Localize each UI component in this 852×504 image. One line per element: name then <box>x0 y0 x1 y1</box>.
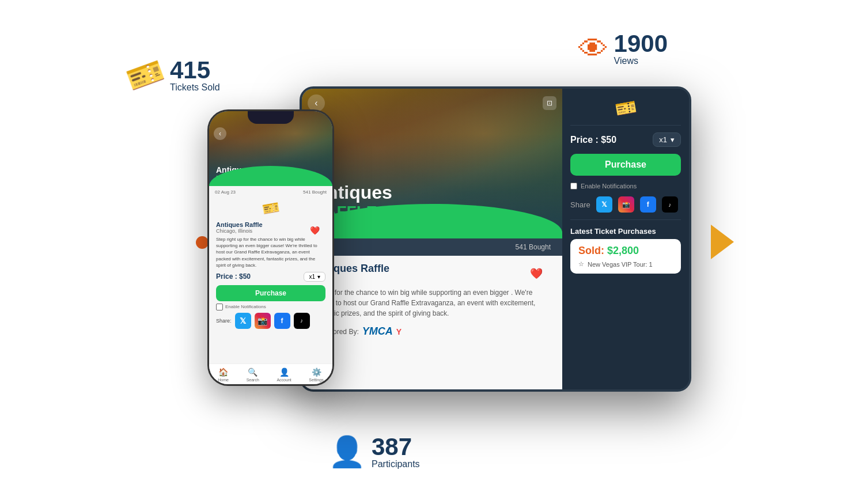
panel-twitter-button[interactable]: 𝕏 <box>596 196 612 213</box>
phone-content: Antiques Raffle ❤️ Chicago, Illinois Ste… <box>209 219 332 331</box>
tablet-description: ght up for the chance to win big while s… <box>313 287 551 319</box>
views-label: Views <box>614 56 668 66</box>
ymca-y-symbol: Y <box>396 327 402 336</box>
tablet-raffle-name: Antiques Raffle <box>313 263 551 275</box>
panel-notify-label: Enable Notifications <box>581 183 637 190</box>
panel-qty-selector[interactable]: x1 ▾ <box>653 132 681 147</box>
panel-tiktok-button[interactable]: ♪ <box>662 196 678 213</box>
participants-label: Participants <box>372 459 420 469</box>
panel-price-row: Price : $50 x1 ▾ <box>570 132 681 147</box>
tablet-share-icon[interactable]: ⊡ <box>543 96 556 110</box>
phone-qty-selector[interactable]: x1 ▾ <box>304 272 325 282</box>
tablet-device: ‹ ⊡ Antiques RAFFLE 23 541 Bought <box>300 86 691 392</box>
tickets-sold-label: Tickets Sold <box>170 82 220 93</box>
phone-heart-icon[interactable]: ❤️ <box>310 226 320 235</box>
tablet-meta-row: 23 541 Bought <box>302 238 562 256</box>
phone-twitter-button[interactable]: 𝕏 <box>235 313 251 329</box>
views-stat: 👁 1900 Views <box>578 32 668 66</box>
tablet-sponsored-row: Sponsored By: YMCA Y <box>313 325 551 338</box>
panel-notify-row: Enable Notifications <box>570 183 681 190</box>
phone-nav-top: 02 Aug 23 541 Bought <box>209 186 332 198</box>
panel-share-row: Share 𝕏 📸 f ♪ <box>570 196 681 213</box>
views-number: 1900 <box>614 32 668 56</box>
phone-description: Step right up for the chance to win big … <box>216 236 325 268</box>
phone-device: Antiques RAFFLE ‹ 02 Aug 23 541 Bought 🎫… <box>207 109 334 386</box>
panel-price: Price : $50 <box>570 135 616 145</box>
ticket-icon: 🎫 <box>122 52 169 98</box>
tablet-header-image: ‹ ⊡ Antiques RAFFLE <box>302 89 562 238</box>
tablet-purchase-button[interactable]: Purchase <box>570 154 681 176</box>
panel-divider-mid <box>570 219 681 220</box>
phone-notify-label: Enable Notifications <box>225 304 266 309</box>
tablet-main-content: ‹ ⊡ Antiques RAFFLE 23 541 Bought <box>302 89 562 389</box>
phone-share-label: Share: <box>216 318 232 324</box>
panel-instagram-button[interactable]: 📸 <box>618 196 634 213</box>
tablet-location: Illinois <box>313 275 551 283</box>
participants-stat: 👤 387 Participants <box>328 434 420 469</box>
phone-back-button[interactable]: ‹ <box>214 127 226 140</box>
panel-sold-text: Sold: $2,800 <box>578 245 673 257</box>
panel-latest-title: Latest Ticket Purchases <box>570 227 681 236</box>
panel-divider-top <box>570 125 681 126</box>
phone-tiktok-button[interactable]: ♪ <box>294 313 310 329</box>
phone-nav-settings[interactable]: ⚙️ Settings <box>309 367 323 382</box>
phone-location: Chicago, Illinois <box>216 228 325 234</box>
phone-ticket-row: 🎫 <box>209 198 332 219</box>
phone-nav-home[interactable]: 🏠 Home <box>218 367 229 382</box>
panel-notify-checkbox[interactable] <box>570 183 577 190</box>
star-icon: ☆ <box>578 260 584 268</box>
phone-purchase-button[interactable]: Purchase <box>216 285 325 301</box>
phone-instagram-button[interactable]: 📸 <box>255 313 271 329</box>
phone-raffle-name: Antiques Raffle <box>216 221 325 228</box>
phone-facebook-button[interactable]: f <box>274 313 290 329</box>
phone-screen: Antiques RAFFLE ‹ 02 Aug 23 541 Bought 🎫… <box>209 111 332 384</box>
panel-facebook-button[interactable]: f <box>640 196 656 213</box>
participants-icon: 👤 <box>328 434 366 469</box>
ymca-logo: YMCA <box>362 325 393 338</box>
phone-bottom-nav: 🏠 Home 🔍 Search 👤 Account ⚙️ Settings <box>209 363 332 384</box>
panel-share-label: Share <box>570 200 590 209</box>
tablet-heart-icon[interactable]: ❤️ <box>530 267 543 280</box>
panel-purchase-item: ☆ New Vegas VIP Tour: 1 <box>578 260 673 268</box>
tickets-sold-number: 415 <box>170 58 220 82</box>
panel-sold-amount: $2,800 <box>607 245 639 256</box>
panel-latest-section: Latest Ticket Purchases Sold: $2,800 ☆ N… <box>570 227 681 274</box>
tablet-content: Antiques Raffle ❤️ Illinois ght up for t… <box>302 256 562 344</box>
phone-notch <box>248 111 294 124</box>
eye-icon: 👁 <box>578 32 608 66</box>
tablet-right-panel: 🎫 Price : $50 x1 ▾ Purchase Enable Noti <box>562 89 689 389</box>
phone-nav-search[interactable]: 🔍 Search <box>247 367 259 382</box>
participants-number: 387 <box>372 435 420 459</box>
tablet-screen: ‹ ⊡ Antiques RAFFLE 23 541 Bought <box>302 89 689 389</box>
panel-ticket-icon: 🎫 <box>570 98 681 118</box>
phone-price: Price : $50 <box>216 272 251 281</box>
tickets-sold-stat: 🎫 415 Tickets Sold <box>127 58 220 93</box>
right-arrow-decoration <box>711 225 734 259</box>
phone-nav-account[interactable]: 👤 Account <box>277 367 291 382</box>
decoration-dot-1 <box>196 236 209 249</box>
panel-sold-card: Sold: $2,800 ☆ New Vegas VIP Tour: 1 <box>570 239 681 274</box>
phone-notify-checkbox[interactable] <box>216 304 223 310</box>
